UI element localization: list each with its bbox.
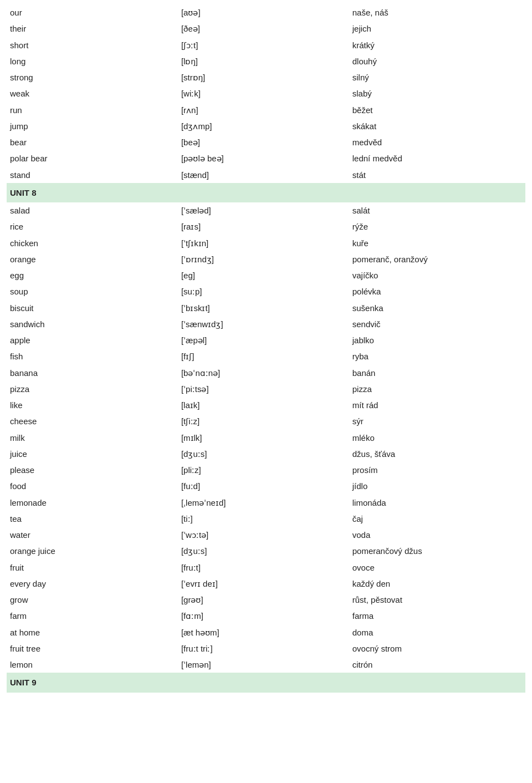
unit-header: UNIT 8: [7, 183, 525, 202]
word-cell: bear: [7, 134, 178, 150]
table-row: food[fuːd]jídlo: [7, 478, 525, 494]
word-cell: banana: [7, 365, 178, 381]
table-row: polar bear[pəʊlə beə]lední medvěd: [7, 150, 525, 166]
phonetic-cell: [æt həʊm]: [178, 624, 349, 640]
word-cell: jump: [7, 118, 178, 134]
table-row: orange juice[dʒuːs]pomerančový džus: [7, 543, 525, 559]
phonetic-cell: [laɪk]: [178, 397, 349, 413]
word-cell: rice: [7, 218, 178, 235]
phonetic-cell: [eg]: [178, 267, 349, 283]
word-cell: orange juice: [7, 543, 178, 559]
table-row: like[laɪk]mít rád: [7, 397, 525, 413]
table-row: please[pliːz]prosím: [7, 462, 525, 478]
word-cell: soup: [7, 283, 178, 299]
phonetic-cell: [tʃiːz]: [178, 413, 349, 429]
phonetic-cell: [fuːd]: [178, 478, 349, 494]
table-row: every day[ˈevrɪ deɪ]každý den: [7, 576, 525, 592]
word-cell: polar bear: [7, 150, 178, 166]
translation-cell: slabý: [349, 85, 525, 101]
phonetic-cell: [ˈtʃɪkɪn]: [178, 235, 349, 251]
word-cell: egg: [7, 267, 178, 283]
word-cell: grow: [7, 592, 178, 608]
translation-cell: banán: [349, 365, 525, 381]
phonetic-cell: [ˈæpəl]: [178, 332, 349, 348]
vocabulary-table: our[aʊə]naše, náštheir[ðeə]jejichshort[ʃ…: [7, 4, 525, 693]
table-row: run[rʌn]běžet: [7, 102, 525, 118]
translation-cell: mléko: [349, 430, 525, 446]
translation-cell: jídlo: [349, 478, 525, 494]
translation-cell: kuře: [349, 235, 525, 251]
phonetic-cell: [pəʊlə beə]: [178, 150, 349, 166]
table-row: stand[stænd]stát: [7, 167, 525, 183]
phonetic-cell: [strɒŋ]: [178, 69, 349, 85]
word-cell: food: [7, 478, 178, 494]
table-row: strong[strɒŋ]silný: [7, 69, 525, 85]
table-row: sandwich[ˈsænwɪdʒ]sendvič: [7, 316, 525, 332]
table-row: fish[fɪʃ]ryba: [7, 348, 525, 364]
word-cell: their: [7, 21, 178, 37]
word-cell: salad: [7, 202, 178, 218]
phonetic-cell: [ˈlemən]: [178, 657, 349, 673]
translation-cell: citrón: [349, 657, 525, 673]
word-cell: juice: [7, 446, 178, 462]
translation-cell: doma: [349, 624, 525, 640]
phonetic-cell: [pliːz]: [178, 462, 349, 478]
translation-cell: sýr: [349, 413, 525, 429]
translation-cell: džus, šťáva: [349, 446, 525, 462]
table-row: salad[ˈsæləd]salát: [7, 202, 525, 218]
table-row: lemon[ˈlemən]citrón: [7, 657, 525, 673]
translation-cell: krátký: [349, 37, 525, 53]
table-row: biscuit[ˈbɪskɪt]sušenka: [7, 300, 525, 316]
translation-cell: skákat: [349, 118, 525, 134]
translation-cell: ovocný strom: [349, 640, 525, 657]
table-row: juice[dʒuːs]džus, šťáva: [7, 446, 525, 462]
table-row: our[aʊə]naše, náš: [7, 4, 525, 21]
table-row: banana[bəˈnɑːnə]banán: [7, 365, 525, 381]
word-cell: cheese: [7, 413, 178, 429]
translation-cell: prosím: [349, 462, 525, 478]
phonetic-cell: [ˈwɔːtə]: [178, 527, 349, 543]
table-row: milk[mɪlk]mléko: [7, 430, 525, 446]
phonetic-cell: [stænd]: [178, 167, 349, 183]
translation-cell: sušenka: [349, 300, 525, 316]
word-cell: milk: [7, 430, 178, 446]
word-cell: fish: [7, 348, 178, 364]
table-row: weak[wiːk]slabý: [7, 85, 525, 101]
word-cell: run: [7, 102, 178, 118]
phonetic-cell: [beə]: [178, 134, 349, 150]
table-row: grow[grəʊ]růst, pěstovat: [7, 592, 525, 608]
phonetic-cell: [ʃɔːt]: [178, 37, 349, 53]
table-row: rice[raɪs]rýže: [7, 218, 525, 235]
phonetic-cell: [dʒuːs]: [178, 543, 349, 559]
translation-cell: voda: [349, 527, 525, 543]
word-cell: water: [7, 527, 178, 543]
phonetic-cell: [fruːt triː]: [178, 640, 349, 657]
translation-cell: limonáda: [349, 495, 525, 511]
word-cell: farm: [7, 608, 178, 624]
table-row: farm[fɑːm]farma: [7, 608, 525, 624]
table-row: apple[ˈæpəl]jablko: [7, 332, 525, 348]
phonetic-cell: [ˈevrɪ deɪ]: [178, 576, 349, 592]
phonetic-cell: [aʊə]: [178, 4, 349, 21]
translation-cell: ovoce: [349, 560, 525, 576]
translation-cell: naše, náš: [349, 4, 525, 21]
word-cell: tea: [7, 511, 178, 527]
word-cell: fruit: [7, 560, 178, 576]
word-cell: please: [7, 462, 178, 478]
word-cell: like: [7, 397, 178, 413]
translation-cell: pomerančový džus: [349, 543, 525, 559]
phonetic-cell: [suːp]: [178, 283, 349, 299]
phonetic-cell: [tiː]: [178, 511, 349, 527]
phonetic-cell: [fɪʃ]: [178, 348, 349, 364]
table-row: orange[ˈɒrɪndʒ]pomeranč, oranžový: [7, 251, 525, 267]
word-cell: weak: [7, 85, 178, 101]
translation-cell: pizza: [349, 381, 525, 397]
phonetic-cell: [raɪs]: [178, 218, 349, 235]
phonetic-cell: [lɒŋ]: [178, 53, 349, 69]
word-cell: long: [7, 53, 178, 69]
table-row: fruit tree[fruːt triː]ovocný strom: [7, 640, 525, 657]
translation-cell: jablko: [349, 332, 525, 348]
translation-cell: lední medvěd: [349, 150, 525, 166]
phonetic-cell: [grəʊ]: [178, 592, 349, 608]
phonetic-cell: [dʒuːs]: [178, 446, 349, 462]
